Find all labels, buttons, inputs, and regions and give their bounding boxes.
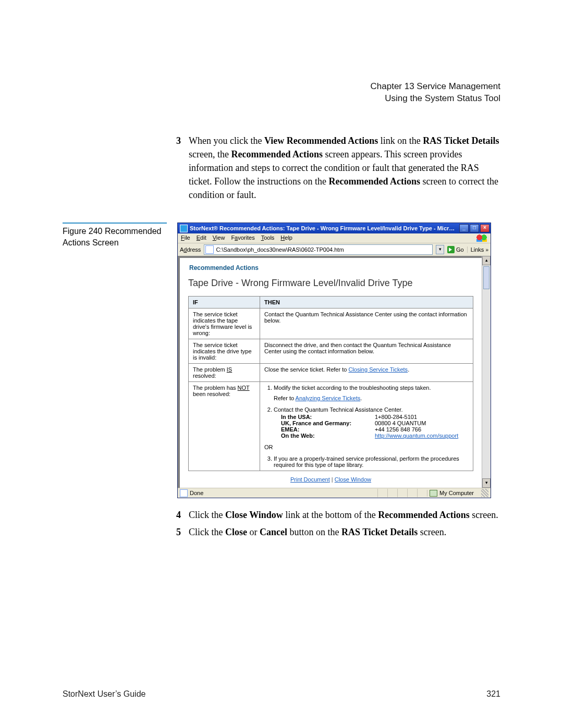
text: resolved: (193, 373, 216, 379)
bold-text: RAS Ticket Details (341, 527, 418, 537)
status-cell (387, 489, 397, 497)
contact-key: On the Web: (281, 433, 375, 439)
bold-text: Close (225, 527, 247, 537)
text: When you click the (189, 135, 264, 146)
contact-key: EMEA: (281, 426, 375, 433)
go-button[interactable]: Go (447, 246, 464, 253)
list-item: If you are a properly-trained service pr… (274, 455, 469, 468)
vertical-scrollbar[interactable]: ▴ ▾ (482, 256, 491, 488)
support-url-link[interactable]: http://www.quantum.com/support (375, 433, 458, 439)
page-title: Tape Drive - Wrong Firmware Level/Invali… (188, 278, 473, 289)
ie-menu-bar: File Edit View Favorites Tools Help (178, 233, 491, 243)
analyzing-tickets-link[interactable]: Analyzing Service Tickets (296, 395, 361, 401)
step-3: 3 When you click the View Recommended Ac… (176, 134, 500, 202)
text: The problem (193, 366, 227, 373)
cell-then: Modify the ticket according to the troub… (260, 382, 473, 471)
step-number: 3 (176, 134, 183, 202)
cell-if: The problem has NOT been resolved: (189, 382, 260, 471)
page-footer: StorNext User’s Guide 321 (63, 689, 500, 699)
menu-edit[interactable]: Edit (197, 235, 206, 242)
address-label: Address (180, 246, 201, 253)
status-cell (417, 489, 427, 497)
my-computer-icon (430, 490, 437, 497)
resize-grip-icon[interactable] (481, 489, 488, 497)
text: Refer to (274, 395, 296, 401)
go-arrow-icon (447, 246, 455, 253)
bold-text: View Recommended Actions (264, 135, 378, 146)
bold-text: Close Window (225, 510, 283, 520)
status-text: Done (190, 490, 203, 496)
menu-help[interactable]: Help (280, 235, 292, 242)
text: . (408, 366, 409, 373)
page-icon (180, 489, 188, 497)
menu-file[interactable]: File (181, 235, 190, 242)
text: link on the (378, 135, 423, 146)
scroll-up-button[interactable]: ▴ (482, 256, 491, 265)
menu-tools[interactable]: Tools (261, 235, 275, 242)
contact-key: UK, France and Germany: (281, 420, 375, 426)
text: Contact the Quantum Technical Assistance… (274, 406, 402, 413)
minimize-button[interactable]: _ (459, 224, 469, 232)
or-separator: OR (264, 444, 469, 450)
status-zone: My Computer (439, 490, 474, 496)
bold-text: Recommended Actions (328, 176, 420, 187)
step-number: 4 (176, 508, 183, 523)
chevron-right-icon: » (485, 247, 488, 253)
close-window-link[interactable]: Close Window (335, 476, 371, 483)
table-row: The problem IS resolved: Close the servi… (189, 364, 473, 382)
underline-text: NOT (238, 385, 250, 391)
menu-favorites[interactable]: Favorites (231, 235, 254, 242)
table-row: The problem has NOT been resolved: Modif… (189, 382, 473, 471)
links-toolbar[interactable]: Links » (467, 246, 488, 253)
ie-content-area: Recommended Actions Tape Drive - Wrong F… (180, 258, 482, 488)
maximize-button[interactable]: □ (470, 224, 479, 232)
text: The problem has (193, 385, 238, 391)
address-dropdown[interactable]: ▾ (436, 245, 444, 254)
bold-text: Recommended Actions (231, 149, 322, 159)
scroll-thumb[interactable] (483, 266, 489, 289)
step-4: 4 Click the Close Window link at the bot… (176, 508, 500, 523)
page-icon (205, 245, 214, 254)
go-label: Go (456, 246, 464, 253)
cell-then: Disconnect the drive, and then contact t… (260, 339, 473, 364)
text: . (360, 395, 362, 401)
menu-view[interactable]: View (213, 235, 225, 242)
underline-text: IS (227, 366, 232, 373)
close-button[interactable]: × (480, 224, 489, 232)
chapter-title: Chapter 13 Service Management (63, 81, 500, 93)
footer-left: StorNext User’s Guide (63, 689, 145, 699)
list-item: Modify the ticket according to the troub… (274, 385, 469, 401)
cell-then: Close the service ticket. Refer to Closi… (260, 364, 473, 382)
contact-value: 1+800-284-5101 (375, 414, 417, 420)
status-cell (397, 489, 407, 497)
print-document-link[interactable]: Print Document (290, 476, 330, 483)
contact-value: +44 1256 848 766 (375, 426, 421, 433)
section-heading: Recommended Actions (188, 262, 473, 277)
step-5: 5 Click the Close or Cancel button on th… (176, 525, 500, 540)
step-body: Click the Close Window link at the botto… (189, 508, 500, 523)
th-then: THEN (260, 297, 473, 309)
bold-text: RAS Ticket Details (423, 135, 499, 146)
step-body: Click the Close or Cancel button on the … (189, 525, 500, 540)
windows-logo-icon (476, 235, 487, 242)
scroll-down-button[interactable]: ▾ (482, 478, 491, 488)
chapter-header: Chapter 13 Service Management Using the … (63, 81, 500, 105)
closing-tickets-link[interactable]: Closing Service Tickets (348, 366, 408, 373)
table-row: The service ticket indicates the tape dr… (189, 309, 473, 339)
address-field[interactable]: C:\Sandbox\ph_docs30new\RAS\0602-TP004.h… (204, 244, 433, 255)
contact-key: In the USA: (281, 414, 375, 420)
bold-text: Recommended Actions (378, 510, 469, 520)
list-item: Contact the Quantum Technical Assistance… (274, 406, 469, 439)
text: Click the (189, 510, 225, 520)
step-number: 5 (176, 525, 183, 540)
th-if: IF (189, 297, 260, 309)
table-row: The service ticket indicates the drive t… (189, 339, 473, 364)
ie-logo-icon (180, 225, 188, 232)
text: screen, the (189, 149, 231, 159)
cell-if: The problem IS resolved: (189, 364, 260, 382)
text: Close the service ticket. Refer to (264, 366, 348, 373)
footer-page-number: 321 (486, 689, 500, 699)
ie-titlebar: StorNext® Recommended Actions: Tape Driv… (178, 223, 491, 233)
figure-caption: Figure 240 Recommended Actions Screen (63, 223, 167, 498)
text: Modify the ticket according to the troub… (274, 385, 431, 391)
